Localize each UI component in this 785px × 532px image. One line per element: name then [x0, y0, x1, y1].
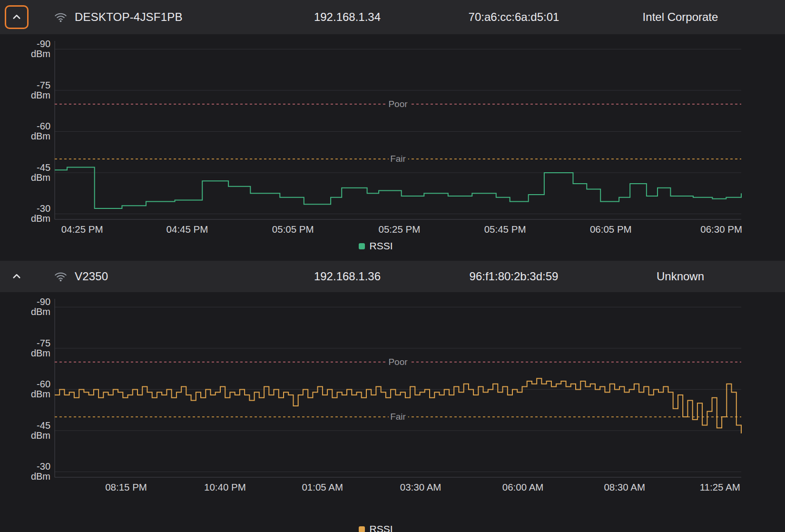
svg-text:dBm: dBm	[31, 90, 50, 100]
svg-text:-30: -30	[37, 461, 50, 472]
svg-text:Fair: Fair	[390, 154, 406, 164]
wifi-icon	[54, 11, 67, 24]
svg-text:dBm: dBm	[31, 131, 50, 141]
svg-text:-60: -60	[37, 379, 50, 389]
svg-text:dBm: dBm	[31, 430, 50, 441]
svg-text:Poor: Poor	[388, 99, 408, 109]
svg-text:dBm: dBm	[31, 49, 50, 59]
svg-text:dBm: dBm	[31, 389, 50, 399]
svg-text:dBm: dBm	[31, 306, 50, 317]
svg-text:05:05 PM: 05:05 PM	[272, 224, 314, 235]
svg-text:dBm: dBm	[31, 471, 50, 482]
device-vendor: Intel Corporate	[595, 10, 766, 24]
device-header[interactable]: V2350 192.168.1.36 96:f1:80:2b:3d:59 Unk…	[0, 261, 785, 292]
svg-text:-90: -90	[37, 39, 50, 49]
device-panel-desktop: DESKTOP-4JSF1PB 192.168.1.34 70:a6:cc:6a…	[0, 0, 785, 261]
svg-text:-75: -75	[37, 338, 50, 348]
svg-text:04:45 PM: 04:45 PM	[167, 224, 208, 235]
svg-text:dBm: dBm	[31, 348, 50, 358]
device-header[interactable]: DESKTOP-4JSF1PB 192.168.1.34 70:a6:cc:6a…	[0, 0, 785, 34]
svg-text:Fair: Fair	[390, 412, 406, 422]
chart-legend[interactable]: RSSI	[0, 240, 768, 252]
legend-label: RSSI	[369, 523, 392, 532]
chevron-up-icon	[12, 12, 21, 22]
legend-color-swatch	[359, 243, 365, 249]
svg-text:-45: -45	[37, 420, 50, 431]
svg-text:Poor: Poor	[388, 357, 408, 367]
svg-text:08:30 AM: 08:30 AM	[604, 482, 645, 493]
svg-text:10:40 PM: 10:40 PM	[204, 482, 246, 493]
svg-text:06:00 AM: 06:00 AM	[502, 482, 544, 493]
legend-color-swatch	[359, 526, 365, 532]
device-vendor: Unknown	[595, 270, 766, 283]
svg-text:dBm: dBm	[31, 172, 50, 183]
svg-text:05:25 PM: 05:25 PM	[379, 224, 421, 235]
svg-text:-45: -45	[37, 162, 50, 173]
wifi-icon	[54, 270, 67, 283]
svg-text:04:25 PM: 04:25 PM	[61, 224, 103, 235]
svg-text:-30: -30	[37, 203, 50, 214]
svg-text:-75: -75	[37, 80, 50, 90]
svg-text:11:25 AM: 11:25 AM	[700, 482, 740, 493]
svg-text:-60: -60	[37, 121, 50, 131]
device-name: V2350	[75, 270, 108, 283]
svg-text:06:30 PM: 06:30 PM	[700, 224, 742, 235]
device-panel-v2350: V2350 192.168.1.36 96:f1:80:2b:3d:59 Unk…	[0, 261, 785, 532]
device-mac: 96:f1:80:2b:3d:59	[433, 270, 595, 283]
collapse-button[interactable]	[5, 265, 29, 288]
device-mac: 70:a6:cc:6a:d5:01	[433, 10, 595, 24]
device-name: DESKTOP-4JSF1PB	[75, 10, 183, 24]
device-ip: 192.168.1.36	[262, 270, 433, 283]
chart-legend[interactable]: RSSI	[0, 523, 768, 532]
chevron-up-icon	[12, 272, 21, 281]
svg-text:01:05 AM: 01:05 AM	[302, 482, 343, 493]
svg-text:03:30 AM: 03:30 AM	[400, 482, 442, 493]
svg-text:06:05 PM: 06:05 PM	[590, 224, 632, 235]
rssi-chart: PoorFair-90dBm-75dBm-60dBm-45dBm-30dBm08…	[0, 292, 785, 532]
svg-text:-90: -90	[37, 296, 50, 307]
legend-label: RSSI	[369, 240, 392, 252]
svg-text:08:15 PM: 08:15 PM	[105, 482, 147, 493]
device-ip: 192.168.1.34	[262, 10, 433, 24]
svg-text:dBm: dBm	[31, 213, 50, 224]
collapse-button[interactable]	[5, 5, 29, 29]
svg-text:05:45 PM: 05:45 PM	[484, 224, 526, 235]
rssi-chart: PoorFair-90dBm-75dBm-60dBm-45dBm-30dBm04…	[0, 34, 785, 261]
